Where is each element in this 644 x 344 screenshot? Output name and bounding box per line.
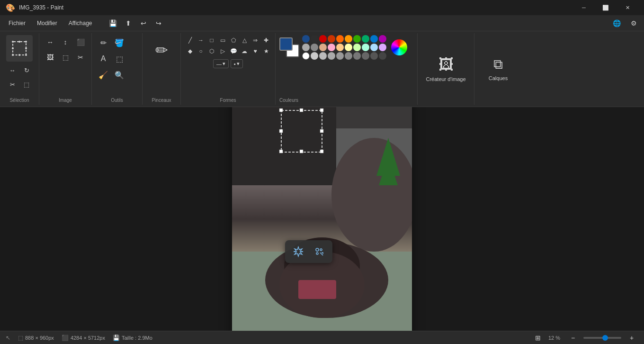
undo-icon-btn[interactable]: ↩: [137, 17, 150, 30]
shape-heart[interactable]: ♥: [250, 46, 260, 56]
minimize-button[interactable]: ─: [573, 0, 595, 15]
fill-tool[interactable]: 🪣: [112, 35, 127, 50]
shape-penta[interactable]: ⬠: [228, 35, 239, 45]
fill-dropdown[interactable]: ▪ ▾: [231, 59, 243, 68]
menu-fichier[interactable]: Fichier: [4, 18, 30, 28]
swatch-red[interactable]: [319, 35, 327, 43]
shapes-controls: — ▾ ▪ ▾: [213, 59, 243, 68]
float-btn-1[interactable]: [290, 243, 307, 260]
pencil-tool[interactable]: ✏: [96, 35, 111, 50]
swatch-ltgray1[interactable]: [311, 52, 318, 60]
sel-sub-2[interactable]: ↻: [20, 63, 33, 77]
swatch-white[interactable]: [302, 52, 310, 60]
swatch-ltgray2[interactable]: [319, 52, 327, 60]
img-tool-2[interactable]: ↕: [58, 35, 72, 49]
swatch-gray2[interactable]: [311, 44, 318, 51]
globe-icon-btn[interactable]: 🌐: [610, 17, 623, 30]
menu-modifier[interactable]: Modifier: [32, 18, 62, 28]
img-tool-3[interactable]: ⬛: [73, 35, 88, 49]
zoom-out-btn[interactable]: −: [566, 331, 580, 344]
swatch-black[interactable]: [311, 35, 318, 43]
swatch-yellow[interactable]: [345, 35, 352, 43]
swatch-ltgray3[interactable]: [328, 52, 335, 60]
createur-section: 🖼 Créateur d'image: [418, 33, 474, 105]
svg-rect-27: [279, 129, 283, 133]
swatch-peach[interactable]: [336, 44, 344, 51]
swatch-skin[interactable]: [319, 44, 327, 51]
color-wheel-btn[interactable]: [391, 39, 407, 55]
swatch-ltgray5[interactable]: [345, 52, 352, 60]
zoom-slider[interactable]: [583, 337, 621, 339]
brush-tool[interactable]: 🧹: [96, 67, 111, 82]
swatch-ltgray9[interactable]: [379, 52, 386, 60]
swatch-pink[interactable]: [328, 44, 335, 51]
shape-diamond[interactable]: ◆: [185, 46, 195, 56]
outline-dropdown[interactable]: — ▾: [213, 59, 229, 68]
img-tool-1[interactable]: ↔: [43, 35, 57, 49]
fit-icon[interactable]: ⊞: [531, 331, 545, 344]
settings-icon-btn[interactable]: ⚙: [627, 17, 640, 30]
couleurs-section: Couleurs: [276, 33, 418, 105]
save-icon-btn[interactable]: 💾: [107, 17, 120, 30]
swatch-teal[interactable]: [362, 35, 369, 43]
couleurs-label: Couleurs: [279, 96, 413, 103]
zoom-in-btn[interactable]: +: [625, 331, 638, 344]
shape-call[interactable]: 💬: [228, 46, 239, 56]
shape-line[interactable]: ╱: [185, 35, 195, 45]
redo-icon-btn[interactable]: ↪: [152, 17, 165, 30]
img-tool-6[interactable]: ✂: [73, 50, 88, 64]
sel-sub-3[interactable]: ✂: [6, 78, 19, 91]
svg-rect-26: [320, 109, 323, 112]
eraser-tool[interactable]: ⬚: [112, 51, 127, 66]
shape-cloud[interactable]: ☁: [239, 46, 250, 56]
swatch-blue-dark[interactable]: [302, 35, 310, 43]
swatch-ltgray7[interactable]: [362, 52, 369, 60]
swatch-gray1[interactable]: [302, 44, 310, 51]
menubar: Fichier Modifier Affichage 💾 ⬆ ↩ ↪ 🌐 ⚙: [0, 15, 644, 31]
selection-section: ↔ ↻ ✂ ⬚ Sélection: [0, 33, 39, 105]
swatch-lavender[interactable]: [379, 44, 386, 51]
sel-sub-1[interactable]: ↔: [6, 63, 19, 77]
shape-hex[interactable]: ⬡: [206, 46, 217, 56]
sel-sub-4[interactable]: ⬚: [20, 78, 33, 91]
shape-ellipse[interactable]: ○: [196, 46, 206, 56]
close-button[interactable]: ✕: [617, 0, 638, 15]
shape-arrow[interactable]: →: [196, 35, 206, 45]
img-tool-5[interactable]: ⬚: [58, 50, 72, 64]
swatch-orange[interactable]: [336, 35, 344, 43]
shape-rect2[interactable]: ▭: [217, 35, 228, 45]
zoom-tool[interactable]: 🔍: [112, 67, 127, 82]
calques-label: Calques: [489, 75, 508, 81]
brush-large-btn[interactable]: ✏: [146, 35, 177, 65]
swatch-ltgray6[interactable]: [353, 52, 361, 60]
swatch-ltgray4[interactable]: [336, 52, 344, 60]
maximize-button[interactable]: ⬜: [595, 0, 617, 15]
img-tool-4[interactable]: 🖼: [43, 50, 57, 64]
swatch-lightblue[interactable]: [370, 44, 378, 51]
swatch-lightyellow[interactable]: [345, 44, 352, 51]
canvas-area[interactable]: [0, 107, 644, 331]
shape-tri2[interactable]: ▷: [217, 46, 228, 56]
swatch-green[interactable]: [353, 35, 361, 43]
float-btn-2[interactable]: [311, 243, 328, 260]
swatch-blue[interactable]: [370, 35, 378, 43]
shape-star[interactable]: ★: [261, 46, 271, 56]
selection-main-tool[interactable]: [6, 35, 33, 62]
swatch-ltgray8[interactable]: [370, 52, 378, 60]
shape-plus[interactable]: ✚: [261, 35, 271, 45]
creator-icon[interactable]: 🖼: [438, 56, 454, 73]
front-color[interactable]: [279, 37, 293, 51]
selection-overlay: [232, 107, 412, 331]
swatch-lightgreen[interactable]: [353, 44, 361, 51]
shape-arrow2[interactable]: ⇒: [250, 35, 260, 45]
shape-tri[interactable]: △: [239, 35, 250, 45]
swatch-darkred[interactable]: [328, 35, 335, 43]
text-tool[interactable]: A: [96, 51, 111, 66]
shape-rect[interactable]: □: [206, 35, 217, 45]
calques-icon[interactable]: ⧉: [493, 57, 503, 72]
swatch-purple[interactable]: [379, 35, 386, 43]
swatch-mint[interactable]: [362, 44, 369, 51]
menu-affichage[interactable]: Affichage: [64, 18, 97, 28]
selection-size-status: ⬚ 888 × 960px: [18, 335, 54, 341]
share-icon-btn[interactable]: ⬆: [122, 17, 135, 30]
